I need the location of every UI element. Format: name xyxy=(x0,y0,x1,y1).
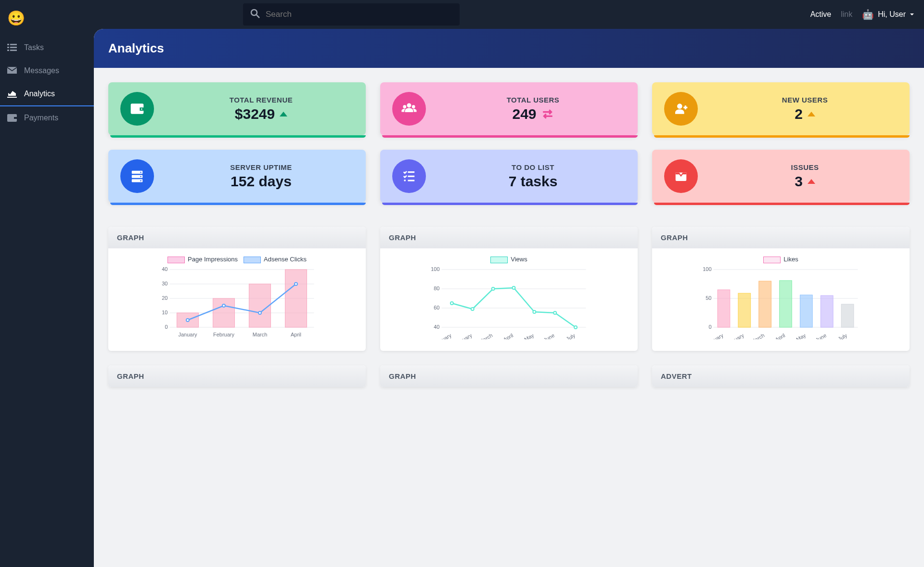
svg-text:May: May xyxy=(795,332,807,339)
chart-legend: Likes xyxy=(662,256,900,263)
chart-views: 406080100JanuaryFebruaryMarchAprilMayJun… xyxy=(390,267,628,339)
svg-text:February: February xyxy=(724,332,745,339)
user-greeting: Hi, User xyxy=(878,10,906,19)
svg-rect-5 xyxy=(10,50,17,51)
svg-point-60 xyxy=(513,286,515,289)
svg-rect-39 xyxy=(249,284,271,327)
svg-rect-4 xyxy=(7,50,9,51)
nav-active[interactable]: Active xyxy=(810,10,832,19)
avatar-icon: 🤖 xyxy=(862,9,874,20)
logo: 😀 xyxy=(0,5,94,36)
svg-rect-77 xyxy=(718,290,730,327)
stat-value: 249 xyxy=(512,106,536,122)
svg-rect-40 xyxy=(285,270,307,327)
wallet-icon xyxy=(120,92,154,126)
graph-card: GRAPH Page Impressions Adsense Clicks 01… xyxy=(108,227,366,351)
sidebar-item-analytics[interactable]: Analytics xyxy=(0,82,94,106)
sidebar-item-tasks[interactable]: Tasks xyxy=(0,36,94,59)
list-check-icon xyxy=(392,159,426,193)
stat-label: SERVER UPTIME xyxy=(168,163,354,171)
svg-text:July: July xyxy=(837,332,848,339)
svg-text:40: 40 xyxy=(434,324,439,330)
svg-text:February: February xyxy=(452,332,474,339)
stat-card-revenue[interactable]: TOTAL REVENUE $3249 xyxy=(108,82,366,135)
svg-rect-38 xyxy=(213,298,235,327)
svg-rect-24 xyxy=(408,176,415,177)
wallet-icon xyxy=(7,113,17,123)
sidebar-item-label: Tasks xyxy=(24,43,44,52)
svg-text:April: April xyxy=(502,332,514,339)
stat-card-new-users[interactable]: NEW USERS 2 xyxy=(652,82,910,135)
stat-label: TOTAL USERS xyxy=(440,96,626,104)
tasks-icon xyxy=(7,43,17,52)
sidebar-item-label: Messages xyxy=(24,66,59,75)
stat-value: 2 xyxy=(795,106,803,122)
caret-up-icon xyxy=(808,179,815,184)
svg-point-43 xyxy=(258,311,261,314)
svg-point-20 xyxy=(140,172,141,173)
svg-text:20: 20 xyxy=(162,295,167,301)
svg-text:May: May xyxy=(523,332,535,339)
stat-label: TOTAL REVENUE xyxy=(168,96,354,104)
svg-text:March: March xyxy=(253,332,268,337)
topbar: Active link 🤖 Hi, User xyxy=(94,0,924,29)
user-menu[interactable]: 🤖 Hi, User xyxy=(862,9,914,20)
svg-point-57 xyxy=(450,302,453,305)
search-input[interactable] xyxy=(266,10,452,19)
stat-card-todo[interactable]: TO DO LIST 7 tasks xyxy=(380,150,638,203)
svg-text:April: April xyxy=(291,332,301,337)
svg-text:June: June xyxy=(543,332,556,339)
stat-label: TO DO LIST xyxy=(440,163,626,171)
svg-rect-78 xyxy=(738,293,751,327)
svg-text:80: 80 xyxy=(434,285,439,291)
graph-card: GRAPH xyxy=(108,365,366,387)
sidebar: 😀 Tasks Messages Analytics Payments xyxy=(0,0,94,567)
search-icon xyxy=(250,9,260,20)
svg-text:March: March xyxy=(750,332,765,339)
graph-card: GRAPH Views 406080100JanuaryFebruaryMarc… xyxy=(380,227,638,351)
sidebar-item-label: Payments xyxy=(24,114,58,122)
search-box[interactable] xyxy=(243,3,460,26)
svg-point-62 xyxy=(553,311,556,314)
svg-text:60: 60 xyxy=(434,305,439,310)
stat-value: 152 days xyxy=(231,173,292,190)
svg-text:January: January xyxy=(178,332,197,337)
advert-card: ADVERT xyxy=(652,365,910,387)
page-title: Analytics xyxy=(94,29,924,68)
svg-point-26 xyxy=(404,180,406,181)
stat-value: $3249 xyxy=(235,106,275,122)
svg-text:June: June xyxy=(815,332,828,339)
inbox-icon xyxy=(664,159,698,193)
envelope-icon xyxy=(7,66,17,76)
chart-impressions: 010203040JanuaryFebruaryMarchApril xyxy=(118,267,356,339)
sidebar-item-messages[interactable]: Messages xyxy=(0,59,94,82)
stat-card-uptime[interactable]: SERVER UPTIME 152 days xyxy=(108,150,366,203)
svg-text:10: 10 xyxy=(162,309,167,315)
svg-point-42 xyxy=(222,304,225,307)
stat-value: 7 tasks xyxy=(509,173,558,190)
svg-text:100: 100 xyxy=(703,267,711,272)
stat-card-total-users[interactable]: TOTAL USERS 249 xyxy=(380,82,638,135)
svg-rect-7 xyxy=(14,117,17,119)
svg-rect-23 xyxy=(408,171,415,173)
graph-title: GRAPH xyxy=(380,227,638,248)
nav-link[interactable]: link xyxy=(841,10,852,19)
svg-text:March: March xyxy=(478,332,493,339)
sidebar-item-payments[interactable]: Payments xyxy=(0,106,94,129)
svg-rect-11 xyxy=(140,107,145,111)
stat-label: ISSUES xyxy=(712,163,898,171)
svg-point-14 xyxy=(403,105,406,108)
chart-likes: 050100JanuaryFebruaryMarchAprilMayJuneJu… xyxy=(662,267,900,339)
svg-rect-79 xyxy=(759,281,771,327)
svg-text:50: 50 xyxy=(706,295,711,301)
caret-up-icon xyxy=(808,112,815,116)
stat-card-issues[interactable]: ISSUES 3 xyxy=(652,150,910,203)
users-icon xyxy=(392,92,426,126)
server-icon xyxy=(120,159,154,193)
svg-rect-81 xyxy=(800,295,813,327)
svg-point-16 xyxy=(677,103,682,109)
chart-legend: Views xyxy=(390,256,628,263)
svg-point-59 xyxy=(492,287,495,290)
svg-point-13 xyxy=(407,103,411,107)
caret-up-icon xyxy=(280,112,287,116)
